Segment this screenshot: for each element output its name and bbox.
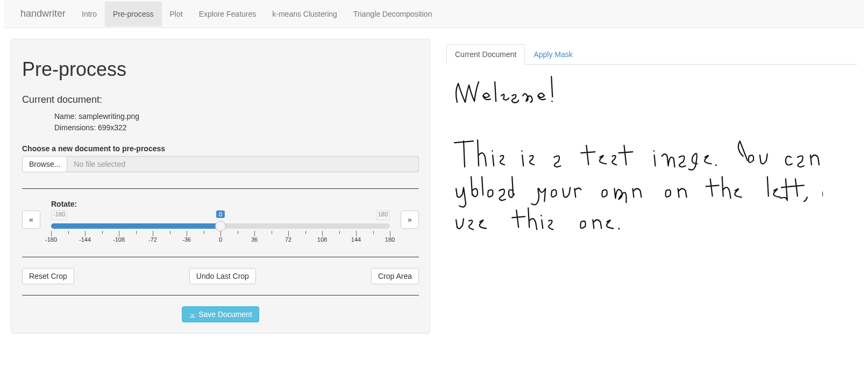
slider-tick-label: 144 — [351, 236, 361, 243]
save-label: Save Document — [198, 310, 252, 319]
doc-info: Name: samplewriting.png Dimensions: 699x… — [22, 111, 419, 133]
slider-tick-minor — [373, 231, 374, 234]
slider-min: -180 — [51, 210, 67, 220]
doc-dims-value: 699x322 — [98, 123, 127, 132]
slider-tick-label: -108 — [113, 236, 125, 243]
browse-button[interactable]: Browse... — [22, 156, 67, 172]
slider-tick-minor — [102, 231, 103, 234]
slider-tick-minor — [238, 231, 238, 234]
slider-tick-minor — [204, 231, 204, 234]
rotate-slider[interactable]: Rotate: -180 0 180 -180-144-108-72-36036… — [51, 200, 390, 246]
slider-tick — [390, 231, 390, 236]
doc-name-label: Name: — [54, 112, 79, 121]
slider-tick — [288, 231, 289, 236]
file-name-display: No file selected — [67, 156, 419, 172]
divider-2 — [22, 257, 419, 257]
slider-max: 180 — [376, 210, 390, 220]
slider-fill — [51, 223, 220, 229]
slider-tick-label: -180 — [45, 236, 57, 243]
tab-apply-mask[interactable]: Apply Mask — [525, 44, 581, 65]
slider-thumb[interactable] — [215, 221, 226, 231]
doc-dims-label: Dimensions: — [54, 123, 98, 132]
preprocess-panel: Pre-process Current document: Name: samp… — [11, 39, 430, 334]
current-doc-heading: Current document: — [22, 94, 419, 105]
slider-track[interactable] — [51, 223, 390, 229]
brand-link[interactable]: handwriter — [12, 0, 74, 27]
slider-tick-label: 0 — [219, 236, 222, 243]
download-icon — [189, 311, 196, 319]
rotate-next-button[interactable]: » — [401, 210, 419, 229]
doc-tabs: Current Document Apply Mask — [446, 44, 857, 65]
choose-doc-label: Choose a new document to pre-process — [22, 144, 419, 153]
slider-tick-label: 108 — [317, 236, 327, 243]
crop-area-button[interactable]: Crop Area — [371, 268, 419, 284]
slider-tick-label: 72 — [285, 236, 291, 243]
nav-plot[interactable]: Plot — [162, 2, 191, 26]
slider-tick — [254, 231, 255, 236]
tab-current-document[interactable]: Current Document — [446, 44, 525, 65]
nav-kmeans[interactable]: k-means Clustering — [264, 2, 345, 26]
slider-tick-label: -72 — [148, 236, 157, 243]
slider-tick-minor — [136, 231, 137, 234]
doc-name-value: samplewriting.png — [79, 112, 139, 121]
nav-explore[interactable]: Explore Features — [191, 2, 265, 26]
slider-tick-label: -144 — [79, 236, 91, 243]
slider-tick — [85, 231, 86, 236]
slider-tick — [322, 231, 323, 236]
slider-value: 0 — [216, 210, 225, 218]
divider-1 — [22, 188, 419, 189]
rotate-prev-button[interactable]: « — [22, 210, 40, 229]
nav-triangle[interactable]: Triangle Decomposition — [345, 2, 440, 26]
file-input: Browse... No file selected — [22, 156, 419, 172]
handwriting-image — [446, 75, 823, 249]
slider-tick-minor — [272, 231, 272, 234]
slider-tick — [356, 231, 357, 236]
slider-tick — [51, 231, 52, 236]
slider-tick — [220, 231, 221, 236]
save-document-button[interactable]: Save Document — [182, 306, 259, 322]
nav-preprocess[interactable]: Pre-process — [105, 2, 161, 26]
reset-crop-button[interactable]: Reset Crop — [22, 268, 74, 284]
slider-tick-label: 180 — [385, 236, 395, 243]
slider-tick-minor — [170, 231, 170, 234]
divider-3 — [22, 295, 419, 295]
nav-intro[interactable]: Intro — [74, 2, 105, 26]
slider-tick-label: -36 — [182, 236, 191, 243]
slider-tick — [153, 231, 153, 236]
slider-tick-minor — [68, 231, 69, 234]
nav-list: Intro Pre-process Plot Explore Features … — [74, 2, 440, 26]
page-title: Pre-process — [22, 58, 419, 81]
right-panel: Current Document Apply Mask — [446, 39, 857, 334]
undo-crop-button[interactable]: Undo Last Crop — [189, 268, 256, 284]
slider-tick-label: 36 — [251, 236, 258, 243]
slider-tick — [119, 231, 119, 236]
slider-tick-minor — [305, 231, 306, 234]
slider-tick-minor — [339, 231, 340, 234]
slider-tick — [187, 231, 187, 236]
navbar: handwriter Intro Pre-process Plot Explor… — [4, 0, 864, 28]
rotate-label: Rotate: — [51, 200, 390, 208]
